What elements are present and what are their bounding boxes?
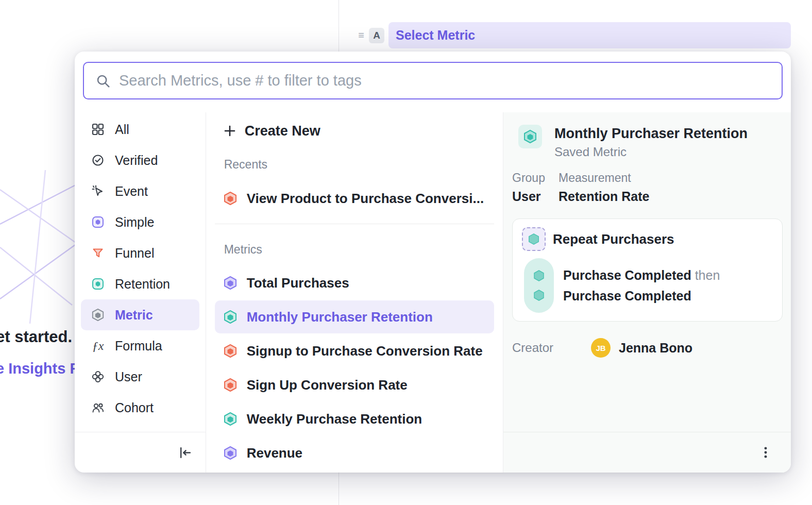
orange-hexagon-icon: [223, 378, 238, 392]
funnel-icon: [91, 246, 105, 260]
step-lines: Purchase Completed then Purchase Complet…: [563, 258, 720, 313]
measurement-value: Retention Rate: [559, 189, 783, 204]
metric-item-label: Signup to Purchase Conversion Rate: [247, 343, 483, 359]
sidebar-item-funnel[interactable]: Funnel: [81, 238, 199, 268]
sidebar-item-label: Cohort: [115, 400, 154, 415]
picker-content: All Verified Event: [75, 112, 791, 473]
card-steps: Purchase Completed then Purchase Complet…: [522, 258, 773, 313]
sidebar-item-all[interactable]: All: [81, 114, 199, 145]
step-2: Purchase Completed: [563, 285, 720, 306]
dashed-hexagon-icon: [522, 227, 546, 251]
detail-subtitle: Saved Metric: [554, 144, 748, 160]
sidebar-item-label: Funnel: [115, 246, 154, 261]
search-box[interactable]: [83, 62, 783, 99]
collapse-left-icon: [178, 446, 192, 460]
grid-icon: [91, 123, 105, 136]
card-title: Repeat Purchasers: [553, 231, 674, 247]
select-metric-button[interactable]: Select Metric: [388, 22, 791, 48]
recent-item[interactable]: View Product to Purchase Conversi...: [215, 183, 494, 213]
detail-title: Monthly Purchaser Retention: [554, 125, 748, 142]
metric-detail-panel: Monthly Purchaser Retention Saved Metric…: [503, 112, 791, 473]
sidebar-footer: [75, 432, 206, 473]
cohort-people-icon: [91, 401, 105, 414]
recent-item-label: View Product to Purchase Conversi...: [247, 191, 484, 207]
retention-definition-card: Repeat Purchasers Purchase Comp: [512, 218, 783, 322]
verified-badge-icon: [91, 154, 105, 167]
orange-hexagon-icon: [223, 191, 238, 206]
detail-meta: Group Measurement User Retention Rate: [512, 171, 783, 204]
sidebar-item-cohort[interactable]: Cohort: [81, 392, 199, 423]
purple-hexagon-icon: [223, 276, 238, 290]
event-cursor-icon: [91, 184, 105, 198]
creator-row: Creator JB Jenna Bono: [512, 338, 783, 358]
step-1: Purchase Completed then: [563, 265, 720, 285]
recents-header: Recents: [215, 157, 494, 172]
metric-item-sign-up-conversion-rate[interactable]: Sign Up Conversion Rate: [215, 368, 494, 401]
metric-item-revenue[interactable]: Revenue: [215, 436, 494, 469]
series-a-badge: A: [369, 28, 384, 43]
metric-hexagon-icon: [91, 308, 105, 322]
sidebar-item-label: All: [115, 122, 129, 137]
sidebar-item-label: Simple: [115, 215, 154, 230]
screen: et started. e Insights Re ≡ A Select Met…: [0, 0, 812, 505]
steps-pill: [524, 258, 554, 313]
metric-item-label: Monthly Purchaser Retention: [247, 309, 433, 325]
sidebar-item-retention[interactable]: Retention: [81, 268, 199, 299]
sidebar-item-formula[interactable]: ƒx Formula: [81, 330, 199, 361]
creator-name: Jenna Bono: [619, 341, 692, 356]
metric-item-total-purchases[interactable]: Total Purchases: [215, 266, 494, 299]
more-options-button[interactable]: [759, 446, 772, 459]
metric-list: Create New Recents View Product to Purch…: [206, 112, 503, 473]
simple-metric-icon: [91, 215, 105, 229]
metric-item-label: Total Purchases: [247, 275, 349, 291]
detail-footer: [503, 432, 791, 473]
metric-teal-hexagon-icon: [518, 125, 542, 148]
metric-item-signup-to-purchase-conversion-rate[interactable]: Signup to Purchase Conversion Rate: [215, 334, 494, 367]
creator-avatar: JB: [591, 338, 611, 358]
search-input[interactable]: [119, 72, 770, 89]
plus-icon: [223, 124, 236, 138]
metric-item-label: Sign Up Conversion Rate: [247, 377, 408, 393]
step-hexagon-icon: [533, 270, 545, 282]
create-new-button[interactable]: Create New: [215, 116, 494, 145]
step-1-connector: then: [691, 268, 720, 282]
metric-item-label: Revenue: [247, 445, 302, 461]
metric-item-monthly-purchaser-retention[interactable]: Monthly Purchaser Retention: [215, 300, 494, 333]
measurement-label: Measurement: [559, 171, 783, 185]
background-text-get-started: et started.: [0, 328, 72, 346]
create-new-label: Create New: [245, 123, 320, 139]
formula-icon: ƒx: [91, 339, 105, 352]
sidebar-item-simple[interactable]: Simple: [81, 207, 199, 238]
teal-hexagon-icon: [223, 412, 238, 426]
collapse-sidebar-button[interactable]: [178, 446, 192, 460]
metric-picker-modal: All Verified Event: [75, 52, 791, 473]
orange-hexagon-icon: [223, 344, 238, 358]
metric-item-weekly-purchase-retention[interactable]: Weekly Purchase Retention: [215, 402, 494, 435]
sidebar-item-label: Event: [115, 184, 148, 199]
select-metric-label: Select Metric: [396, 28, 475, 43]
drag-handle-icon[interactable]: ≡: [356, 29, 367, 41]
sidebar-item-verified[interactable]: Verified: [81, 145, 199, 176]
sidebar-item-event[interactable]: Event: [81, 176, 199, 207]
step-hexagon-icon: [533, 289, 545, 301]
sidebar-item-label: Retention: [115, 277, 170, 292]
select-metric-bar: ≡ A Select Metric: [352, 20, 791, 51]
creator-label: Creator: [512, 341, 591, 355]
group-value: User: [512, 189, 559, 204]
group-label: Group: [512, 171, 559, 185]
sidebar-item-metric[interactable]: Metric: [81, 299, 199, 330]
kebab-menu-icon: [759, 446, 772, 459]
detail-header: Monthly Purchaser Retention Saved Metric: [518, 125, 783, 160]
metrics-header: Metrics: [215, 242, 494, 257]
teal-hexagon-icon: [223, 310, 238, 324]
sidebar-item-label: User: [115, 369, 142, 384]
retention-icon: [91, 277, 105, 291]
sidebar-item-label: Formula: [115, 339, 162, 354]
user-flower-icon: [91, 370, 105, 383]
purple-hexagon-icon: [223, 446, 238, 460]
search-icon: [95, 73, 111, 89]
category-sidebar: All Verified Event: [75, 112, 206, 473]
sidebar-item-label: Verified: [115, 153, 158, 168]
card-header: Repeat Purchasers: [522, 227, 773, 251]
sidebar-item-user[interactable]: User: [81, 361, 199, 392]
